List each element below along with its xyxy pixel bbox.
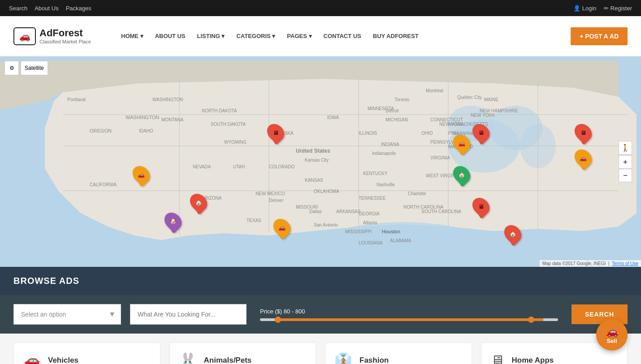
price-range-track xyxy=(260,318,558,321)
zoom-in-button[interactable]: + xyxy=(619,155,632,169)
login-link[interactable]: 👤 Login xyxy=(573,5,597,12)
nav-pages[interactable]: PAGES ▾ xyxy=(282,29,316,43)
brand-sub: Classified Market Place xyxy=(39,39,91,45)
browse-header: BROWSE ADS xyxy=(0,267,641,295)
category-vehicles[interactable]: 🚗 Vehicles xyxy=(13,343,160,364)
price-label: Price ($) 80 - 800 xyxy=(260,308,558,315)
topbar-search-link[interactable]: Search xyxy=(9,5,27,12)
vehicles-label: Vehicles xyxy=(48,356,78,364)
nav-contact[interactable]: CONTACT US xyxy=(319,29,366,43)
zoom-out-button[interactable]: − xyxy=(619,169,632,182)
price-range-wrapper: Price ($) 80 - 800 xyxy=(256,308,563,321)
top-bar-left: Search About Us Packages xyxy=(9,5,91,12)
top-bar: Search About Us Packages 👤 Login ✏ Regis… xyxy=(0,0,641,16)
map-pin[interactable]: 🚗 xyxy=(134,165,149,187)
browse-title: BROWSE ADS xyxy=(13,276,143,286)
nav-listing[interactable]: LISTING ▾ xyxy=(193,29,230,43)
map-settings-button[interactable]: ⚙ xyxy=(4,61,19,75)
street-view-button[interactable]: 🚶 xyxy=(619,141,632,154)
category-animals-pets[interactable]: 🐰 Animals/Pets xyxy=(169,343,316,364)
search-input-wrapper xyxy=(130,304,247,325)
fashion-icon: 👔 xyxy=(334,352,352,364)
post-ad-button[interactable]: + POST A AD xyxy=(571,27,628,45)
categories-row: 🚗 Vehicles 🐰 Animals/Pets 👔 Fashion 🖥 Ho… xyxy=(0,334,641,364)
search-row: Select an option Vehicles Animals/Pets F… xyxy=(0,295,641,334)
logo-icon: 🚗 xyxy=(13,27,36,45)
animals-label: Animals/Pets xyxy=(204,356,252,364)
map-pin[interactable]: 🚗 xyxy=(576,149,591,170)
fashion-label: Fashion xyxy=(359,356,389,364)
map-pin[interactable]: 🖥 xyxy=(576,123,591,145)
map-pin[interactable]: 🖥 xyxy=(473,197,489,218)
animals-icon: 🐰 xyxy=(179,352,197,364)
browse-title-area: BROWSE ADS xyxy=(0,267,170,295)
nav-buy[interactable]: BUY ADFOREST xyxy=(368,29,423,43)
sell-button-wrapper: 🚗 Sell xyxy=(596,319,628,351)
register-link[interactable]: ✏ Register xyxy=(604,5,632,12)
home-apps-icon: 🖥 xyxy=(490,352,505,364)
map-pin[interactable]: 🚗 xyxy=(274,218,290,240)
map-pin[interactable]: 🖥 xyxy=(268,123,283,145)
logo-text: AdForest Classified Market Place xyxy=(39,27,91,45)
header: 🚗 AdForest Classified Market Place HOME … xyxy=(0,16,641,56)
map-container: OREGON WASHINGTON Portland IDAHO MONTANA… xyxy=(0,56,641,267)
price-range-min-thumb[interactable] xyxy=(275,317,281,323)
map-attribution: Map data ©2017 Google, INEGI | Terms of … xyxy=(540,260,641,267)
price-range-max-thumb[interactable] xyxy=(528,317,534,323)
vehicles-icon: 🚗 xyxy=(23,352,41,364)
map-pin[interactable]: 🐶 xyxy=(165,212,181,233)
topbar-about-link[interactable]: About Us xyxy=(35,5,58,12)
topbar-packages-link[interactable]: Packages xyxy=(66,5,91,12)
nav-categories[interactable]: CATEGORIS ▾ xyxy=(232,29,280,43)
map-zoom-controls: 🚶 + − xyxy=(619,141,632,182)
login-icon: 👤 xyxy=(573,5,580,12)
logo: 🚗 AdForest Classified Market Place xyxy=(13,27,103,45)
satellite-button[interactable]: Satellite xyxy=(21,61,48,75)
category-select-wrapper: Select an option Vehicles Animals/Pets F… xyxy=(13,304,121,325)
map-controls: ⚙ Satellite xyxy=(4,61,48,75)
category-select[interactable]: Select an option Vehicles Animals/Pets F… xyxy=(13,304,121,325)
sell-button[interactable]: 🚗 Sell xyxy=(596,319,628,351)
price-range-fill xyxy=(275,318,543,321)
brand-name: AdForest xyxy=(39,27,91,39)
keyword-search-input[interactable] xyxy=(130,304,247,325)
map-pin[interactable]: 🖥 xyxy=(473,123,489,145)
browse-section: BROWSE ADS Select an option Vehicles Ani… xyxy=(0,267,641,334)
top-bar-right: 👤 Login ✏ Register xyxy=(573,5,632,12)
sell-car-icon: 🚗 xyxy=(606,326,618,338)
map-pin[interactable]: 🏠 xyxy=(454,165,469,187)
register-icon: ✏ xyxy=(604,5,609,12)
map-pin[interactable]: 🚗 xyxy=(454,134,469,155)
map-pins-overlay: 🖥 🚗 🏠 xyxy=(0,56,641,267)
home-apps-label: Home Apps xyxy=(512,356,554,364)
houston-label: Houston xyxy=(382,229,400,234)
main-nav: HOME ▾ ABOUT US LISTING ▾ CATEGORIS ▾ PA… xyxy=(117,29,557,43)
map-pin[interactable]: 🏠 xyxy=(505,224,520,246)
nav-home[interactable]: HOME ▾ xyxy=(117,29,148,43)
category-fashion[interactable]: 👔 Fashion xyxy=(325,343,472,364)
map-pin[interactable]: 🏠 xyxy=(191,193,206,214)
nav-about[interactable]: ABOUT US xyxy=(151,29,190,43)
